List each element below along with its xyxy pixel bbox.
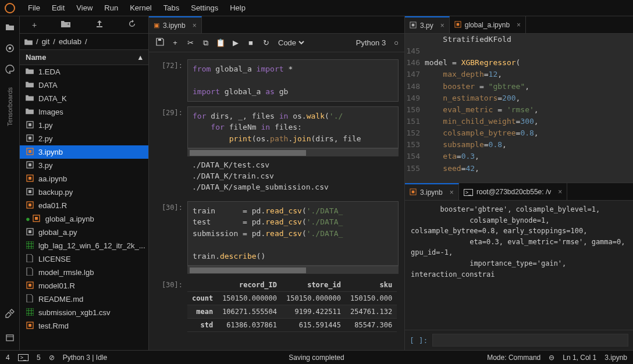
menu-view[interactable]: View (70, 1, 98, 15)
file-item[interactable]: submission_xgb1.csv (20, 306, 148, 319)
terminal-icon[interactable]: >_ (18, 354, 29, 361)
breadcrumb-seg[interactable]: git (42, 37, 50, 46)
palette-icon[interactable] (5, 64, 15, 74)
lsp-icon[interactable]: ⊘ (49, 354, 55, 362)
file-item[interactable]: Images (20, 105, 148, 119)
file-item[interactable]: 1.EDA (20, 65, 148, 78)
tab-root-273bd20cb55e-v[interactable]: >_root@273bd20cb55e: /v× (459, 183, 568, 200)
stop-button[interactable]: ■ (246, 38, 256, 47)
save-button[interactable] (155, 38, 165, 48)
file-item[interactable]: global_a.py (20, 226, 148, 239)
file-item[interactable]: model01.R (20, 279, 148, 292)
breadcrumb[interactable]: / git / edulab / (20, 34, 148, 50)
file-item[interactable]: 1.py (20, 119, 148, 132)
code-editor[interactable]: for dirs, _, files in os.walk('./ for fi… (187, 106, 399, 149)
breadcrumb-seg[interactable]: edulab (59, 37, 81, 46)
menu-settings[interactable]: Settings (185, 1, 224, 15)
file-item[interactable]: backup.py (20, 185, 148, 199)
restart-button[interactable]: ↻ (261, 38, 271, 47)
cut-button[interactable]: ✂ (185, 38, 195, 47)
tab-3-py[interactable]: 3.py× (405, 16, 450, 33)
file-name: model_rmsle.lgb (38, 268, 94, 277)
notebook-cell[interactable]: [30]:train = pd.read_csv('./DATA_ test =… (149, 201, 404, 274)
menu-kernel[interactable]: Kernel (124, 1, 158, 15)
file-item[interactable]: aa.ipynb (20, 172, 148, 185)
notification-icon[interactable]: ⊖ (549, 354, 554, 362)
horizontal-scrollbar[interactable] (187, 148, 399, 156)
file-item[interactable]: DATA_K (20, 92, 148, 105)
saving-status: Saving completed (289, 354, 344, 362)
file-name: global_a.py (38, 228, 77, 237)
menu-tabs[interactable]: Tabs (158, 1, 185, 15)
run-button[interactable]: ▶ (230, 38, 241, 47)
menu-file[interactable]: File (22, 1, 46, 15)
close-icon[interactable]: × (193, 22, 197, 30)
svg-rect-21 (35, 217, 38, 220)
menu-edit[interactable]: Edit (46, 1, 70, 15)
editor-line[interactable]: 148 booster = "gbtree", (405, 81, 633, 92)
menu-help[interactable]: Help (224, 1, 251, 15)
running-icon[interactable] (5, 43, 15, 53)
file-icon (26, 294, 34, 304)
jupyter-logo (5, 3, 15, 13)
file-list-header[interactable]: Name ▴ (20, 50, 148, 65)
tabs-icon[interactable] (5, 333, 15, 343)
tab-3-ipynb[interactable]: 3.ipynb× (405, 183, 459, 200)
close-icon[interactable]: × (450, 188, 454, 197)
editor-line[interactable]: 149 n_estimators=200, (405, 92, 633, 104)
editor-line[interactable]: 151 min_child_weight=300, (405, 116, 633, 127)
folder-icon[interactable] (5, 22, 15, 33)
new-folder-button[interactable]: + (61, 20, 70, 30)
editor-line[interactable]: 153 subsample=0.8, (405, 139, 633, 151)
notebook-cell[interactable]: [29]:for dirs, _, files in os.walk('./ f… (149, 106, 404, 197)
code-editor[interactable]: from global_a import * import global_a a… (187, 59, 399, 102)
file-name: lgb_lag_12_win_6_12_itr_2k_... (38, 241, 145, 250)
editor-line[interactable]: 152 colsample_bytree=0.8, (405, 127, 633, 139)
tab-global_a-ipynb[interactable]: global_a.ipynb× (450, 16, 526, 33)
menu-run[interactable]: Run (98, 1, 124, 15)
file-item[interactable]: 3.py (20, 159, 148, 172)
file-item[interactable]: DATA (20, 78, 148, 92)
close-icon[interactable]: × (440, 22, 444, 30)
upload-button[interactable] (95, 20, 104, 30)
text-editor[interactable]: StratifiedKFold145146model = XGBRegresso… (405, 34, 633, 183)
tools-icon[interactable] (5, 308, 15, 319)
kernel-status[interactable]: Python 3 | Idle (63, 354, 108, 362)
close-icon[interactable]: × (517, 21, 521, 29)
notebook-cell[interactable]: [72]:from global_a import * import globa… (149, 59, 404, 102)
r-icon (26, 322, 34, 331)
file-item[interactable]: test.Rmd (20, 319, 148, 333)
file-item[interactable]: README.md (20, 292, 148, 306)
cell-type-select[interactable]: Code (276, 38, 306, 48)
code-input[interactable] (432, 334, 628, 347)
editor-line[interactable]: 155 seed=42, (405, 163, 633, 174)
new-launcher-button[interactable]: + (32, 20, 37, 30)
py-icon (26, 228, 34, 237)
file-item[interactable]: lgb_lag_12_win_6_12_itr_2k_... (20, 239, 148, 252)
tab-3-ipynb[interactable]: ▣ 3.ipynb × (149, 16, 202, 33)
editor-line[interactable]: 154 eta=0.3, (405, 151, 633, 162)
file-item[interactable]: ●global_a.ipynb (20, 212, 148, 226)
file-item[interactable]: 2.py (20, 132, 148, 145)
code-editor[interactable]: train = pd.read_csv('./DATA_ test = pd.r… (187, 201, 399, 266)
file-item[interactable]: LICENSE (20, 252, 148, 266)
editor-line[interactable]: 147 max_depth=12, (405, 69, 633, 80)
close-icon[interactable]: × (558, 188, 562, 196)
file-item[interactable]: 3.ipynb (20, 145, 148, 159)
copy-button[interactable]: ⧉ (200, 38, 211, 48)
breadcrumb-sep: / (36, 37, 38, 46)
breadcrumb-sep: / (85, 37, 87, 46)
file-name: README.md (38, 295, 83, 304)
paste-button[interactable]: 📋 (215, 38, 226, 47)
horizontal-scrollbar[interactable] (187, 266, 399, 274)
add-cell-button[interactable]: + (170, 38, 180, 47)
file-item[interactable]: model_rmsle.lgb (20, 266, 148, 279)
editor-line[interactable]: 150 eval_metric = 'rmse', (405, 104, 633, 116)
menubar: FileEditViewRunKernelTabsSettingsHelp (0, 0, 633, 16)
refresh-button[interactable] (128, 20, 136, 30)
editor-line[interactable]: 146model = XGBRegressor( (405, 57, 633, 69)
kernel-name[interactable]: Python 3 (356, 38, 386, 47)
file-name: submission_xgb1.csv (38, 308, 111, 317)
file-item[interactable]: eda01.R (20, 199, 148, 212)
cursor-position: Ln 1, Col 1 (563, 354, 596, 362)
